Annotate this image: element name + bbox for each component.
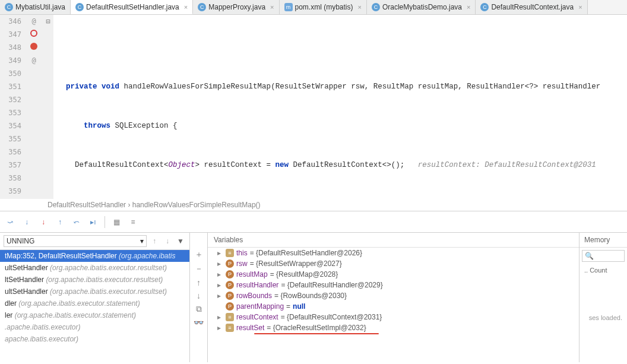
var-icon: P	[226, 281, 234, 289]
frame-item[interactable]: tMap:352, DefaultResultSetHandler (org.a…	[0, 250, 189, 262]
prev-frame-icon[interactable]: ↑	[149, 236, 160, 246]
tab-defaultresultsethandler[interactable]: CDefaultResultSetHandler.java×	[71, 0, 193, 14]
variables-toolbar: ＋ － ↑ ↓ ⧉ 👓	[190, 233, 208, 362]
memory-title: Memory	[580, 233, 627, 248]
variable-row[interactable]: ▸Prsw = {ResultSetWrapper@2027}	[208, 258, 579, 269]
add-watch-icon[interactable]: ＋	[195, 249, 203, 260]
remove-watch-icon[interactable]: －	[195, 264, 203, 274]
tab-mapperproxy[interactable]: CMapperProxy.java×	[193, 0, 279, 14]
close-icon[interactable]: ×	[356, 4, 362, 11]
debug-line-icon[interactable]	[30, 43, 37, 50]
java-class-icon: C	[198, 3, 206, 11]
variables-title: Variables	[208, 233, 579, 248]
search-icon: 🔍	[585, 252, 594, 260]
var-icon: ≡	[226, 249, 234, 257]
filter-icon[interactable]: ▼	[175, 236, 186, 246]
line-number-gutter: 3463473483493503513523533543553563573583…	[0, 15, 25, 199]
close-icon[interactable]: ×	[576, 4, 582, 11]
memory-count-header: .. Count	[580, 264, 627, 276]
breakpoint-icon[interactable]	[30, 30, 37, 37]
memory-search[interactable]: 🔍	[582, 250, 625, 262]
frame-item[interactable]: ler (org.apache.ibatis.executor.statemen…	[0, 309, 189, 321]
maven-icon: m	[284, 3, 293, 11]
var-icon: ≡	[226, 324, 234, 332]
close-icon[interactable]: ×	[268, 4, 274, 11]
var-icon: ≡	[226, 313, 234, 321]
evaluate-icon[interactable]: ▦	[111, 217, 122, 227]
thread-selector[interactable]: UNNING▾	[4, 235, 147, 247]
trace-icon[interactable]: ≡	[128, 217, 138, 227]
var-icon: P	[226, 259, 234, 268]
fold-handle[interactable]: ⊟	[43, 15, 53, 28]
var-icon: P	[226, 270, 234, 278]
override-icon[interactable]: @	[31, 17, 36, 26]
tab-mybatisutil[interactable]: CMybatisUtil.java	[0, 0, 71, 14]
variable-row[interactable]: ▸≡this = {DefaultResultSetHandler@2026}	[208, 248, 579, 258]
copy-icon[interactable]: ⧉	[196, 304, 202, 314]
tab-oraclemybatisdemo[interactable]: COracleMybatisDemo.java×	[367, 0, 476, 14]
close-icon[interactable]: ×	[182, 4, 188, 11]
up-icon[interactable]: ↑	[197, 278, 201, 287]
variable-row[interactable]: PparentMapping = null	[208, 301, 579, 312]
tab-defaultresultcontext[interactable]: CDefaultResultContext.java×	[476, 0, 587, 14]
frame-item[interactable]: .apache.ibatis.executor)	[0, 321, 189, 333]
frames-panel: UNNING▾ ↑ ↓ ▼ tMap:352, DefaultResultSet…	[0, 233, 190, 362]
step-over-icon[interactable]: ⤻	[5, 217, 15, 227]
variable-row[interactable]: ▸≡resultSet = {OracleResultSetImpl@2032}	[208, 322, 579, 333]
frame-item[interactable]: apache.ibatis.executor)	[0, 333, 189, 345]
close-icon[interactable]: ×	[464, 4, 470, 11]
memory-panel: Memory 🔍 .. Count ses loaded.	[580, 233, 627, 362]
step-out-icon[interactable]: ↑	[55, 217, 65, 227]
java-class-icon: C	[480, 3, 489, 11]
var-icon: P	[226, 302, 234, 311]
code-area[interactable]: private void handleRowValuesForSimpleRes…	[53, 15, 627, 199]
glasses-icon[interactable]: 👓	[194, 318, 204, 327]
editor-tabs: CMybatisUtil.java CDefaultResultSetHandl…	[0, 0, 627, 15]
override-icon[interactable]: @	[31, 56, 36, 65]
next-frame-icon[interactable]: ↓	[162, 236, 173, 246]
marker-gutter: @@	[25, 15, 43, 199]
variable-row[interactable]: ▸PresultHandler = {DefaultResultHandler@…	[208, 280, 579, 290]
frame-item[interactable]: ltSetHandler (org.apache.ibatis.executor…	[0, 274, 189, 286]
debug-toolbar: ⤻ ↓ ↓ ↑ ⤺ ▸ı ▦ ≡	[0, 211, 627, 233]
frames-list: tMap:352, DefaultResultSetHandler (org.a…	[0, 250, 189, 345]
run-to-cursor-icon[interactable]: ▸ı	[88, 217, 99, 227]
java-class-icon: C	[75, 3, 84, 11]
java-class-icon: C	[372, 3, 380, 11]
frame-item[interactable]: ultSetHandler (org.apache.ibatis.executo…	[0, 286, 189, 297]
variable-row[interactable]: ▸PresultMap = {ResultMap@2028}	[208, 269, 579, 280]
java-class-icon: C	[5, 3, 13, 11]
fold-gutter: ⊟	[43, 15, 53, 199]
variables-tree: ▸≡this = {DefaultResultSetHandler@2026} …	[208, 248, 579, 334]
var-icon: P	[226, 292, 234, 300]
frame-item[interactable]: dler (org.apache.ibatis.executor.stateme…	[0, 297, 189, 309]
variable-row[interactable]: ▸ProwBounds = {RowBounds@2030}	[208, 290, 579, 301]
drop-frame-icon[interactable]: ⤺	[71, 217, 82, 227]
variables-panel: ＋ － ↑ ↓ ⧉ 👓 Variables ▸≡this = {DefaultR…	[190, 233, 580, 362]
down-icon[interactable]: ↓	[197, 291, 201, 300]
memory-note: ses loaded.	[580, 312, 627, 324]
code-editor[interactable]: 3463473483493503513523533543553563573583…	[0, 15, 627, 199]
debug-panels: UNNING▾ ↑ ↓ ▼ tMap:352, DefaultResultSet…	[0, 233, 627, 362]
force-step-into-icon[interactable]: ↓	[38, 217, 49, 227]
variable-row[interactable]: ▸≡resultContext = {DefaultResultContext@…	[208, 312, 579, 322]
annotation-underline	[254, 333, 379, 334]
frame-item[interactable]: ultSetHandler (org.apache.ibatis.executo…	[0, 262, 189, 274]
tab-pom[interactable]: mpom.xml (mybatis)×	[280, 0, 367, 14]
breadcrumb[interactable]: DefaultResultSetHandler › handleRowValue…	[0, 199, 627, 211]
step-into-icon[interactable]: ↓	[21, 217, 32, 227]
